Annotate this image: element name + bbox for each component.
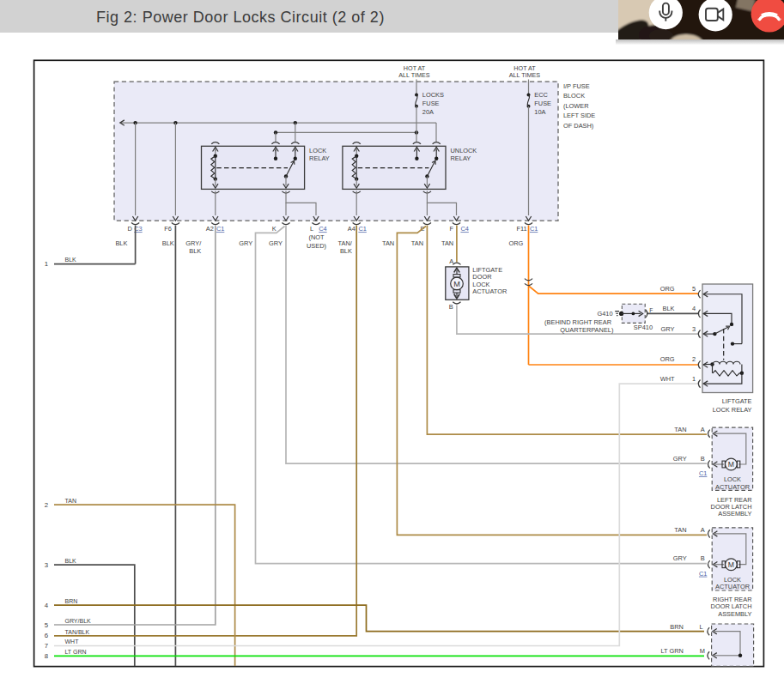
svg-text:BLK: BLK [115, 239, 127, 247]
svg-text:ORG: ORG [660, 285, 675, 293]
svg-text:1: 1 [692, 375, 696, 383]
svg-text:BLK: BLK [162, 239, 174, 247]
svg-text:LEFT SIDE: LEFT SIDE [563, 112, 595, 119]
svg-text:L: L [310, 225, 313, 233]
svg-text:GRY/BLK: GRY/BLK [65, 618, 92, 624]
svg-text:BLK: BLK [340, 247, 352, 255]
svg-text:A: A [449, 257, 453, 265]
svg-text:BLK: BLK [65, 257, 77, 263]
svg-text:F11: F11 [516, 225, 526, 233]
svg-text:TAN: TAN [382, 239, 394, 247]
svg-text:ORG: ORG [660, 355, 675, 363]
svg-text:FUSE: FUSE [422, 100, 440, 107]
svg-text:GRY: GRY [673, 554, 687, 562]
svg-text:GRY: GRY [673, 455, 687, 463]
svg-text:GRY: GRY [269, 239, 283, 247]
svg-text:ORG: ORG [508, 239, 523, 247]
svg-text:K: K [272, 225, 277, 233]
svg-text:ACTUATOR: ACTUATOR [472, 287, 507, 295]
svg-text:LIFTGATE: LIFTGATE [722, 397, 752, 405]
svg-text:TAN: TAN [674, 526, 686, 534]
svg-text:TAN: TAN [411, 239, 423, 247]
svg-text:(NOT: (NOT [308, 233, 325, 241]
svg-text:ALL TIMES: ALL TIMES [509, 71, 541, 79]
svg-text:RELAY: RELAY [309, 154, 330, 162]
svg-text:GRY/: GRY/ [185, 239, 202, 247]
svg-text:3: 3 [692, 325, 696, 333]
svg-text:F6: F6 [164, 225, 172, 233]
svg-text:LOCK: LOCK [724, 475, 741, 483]
svg-text:2: 2 [45, 501, 48, 509]
svg-text:I/P FUSE: I/P FUSE [563, 82, 590, 90]
svg-text:F: F [449, 225, 453, 233]
svg-text:A: A [701, 426, 705, 433]
svg-text:3: 3 [45, 561, 48, 569]
svg-text:C4: C4 [319, 225, 326, 233]
svg-text:HOT AT: HOT AT [404, 64, 426, 72]
svg-text:FUSE: FUSE [534, 100, 551, 107]
svg-text:LOCKS: LOCKS [422, 91, 444, 99]
svg-text:BLK: BLK [189, 247, 201, 255]
svg-text:B: B [449, 303, 453, 311]
svg-text:BRN: BRN [670, 623, 684, 631]
svg-text:10A: 10A [534, 108, 545, 116]
svg-text:L: L [699, 623, 702, 631]
svg-text:(LOWER: (LOWER [563, 102, 589, 110]
svg-text:ASSEMBLY: ASSEMBLY [718, 510, 751, 517]
svg-text:B: B [701, 455, 705, 463]
svg-text:OF DASH): OF DASH) [563, 122, 593, 130]
svg-text:WHT: WHT [65, 639, 80, 645]
svg-text:1: 1 [45, 260, 48, 268]
svg-text:TAN/: TAN/ [338, 239, 353, 247]
svg-text:B: B [701, 554, 705, 562]
svg-text:8: 8 [45, 652, 48, 660]
svg-text:A2: A2 [206, 225, 214, 233]
svg-text:RELAY: RELAY [451, 154, 471, 162]
svg-text:ACTUATOR: ACTUATOR [715, 483, 750, 491]
svg-text:LOCK: LOCK [724, 576, 741, 584]
svg-text:TAN/BLK: TAN/BLK [65, 629, 90, 635]
svg-text:BRN: BRN [65, 598, 78, 604]
svg-text:4: 4 [692, 305, 696, 312]
svg-text:Fig 2: Power Door Locks Circui: Fig 2: Power Door Locks Circuit (2 of 2) [96, 9, 385, 26]
svg-text:LOCK RELAY: LOCK RELAY [713, 406, 752, 414]
svg-text:7: 7 [45, 642, 48, 650]
svg-text:BLK: BLK [65, 558, 77, 564]
svg-text:2: 2 [692, 355, 696, 363]
svg-text:HOT AT: HOT AT [514, 64, 536, 72]
svg-text:C1: C1 [699, 570, 707, 578]
svg-text:GRY: GRY [661, 325, 675, 333]
svg-text:A4: A4 [348, 225, 356, 233]
svg-text:M: M [728, 560, 734, 569]
svg-text:LT GRN: LT GRN [660, 647, 683, 655]
svg-text:WHT: WHT [660, 375, 675, 383]
svg-text:BLK: BLK [663, 305, 675, 312]
svg-text:ACTUATOR: ACTUATOR [715, 583, 750, 590]
svg-text:4: 4 [45, 602, 49, 609]
svg-text:USED): USED) [307, 242, 326, 250]
svg-text:(BEHIND RIGHT REAR: (BEHIND RIGHT REAR [544, 318, 611, 326]
svg-text:C4: C4 [460, 225, 468, 233]
svg-text:ECC: ECC [534, 91, 548, 99]
svg-text:QUARTERPANEL): QUARTERPANEL) [560, 326, 613, 334]
svg-text:ASSEMBLY: ASSEMBLY [718, 610, 751, 618]
svg-text:ALL TIMES: ALL TIMES [398, 71, 430, 79]
svg-text:A: A [701, 526, 705, 534]
svg-text:20A: 20A [422, 108, 434, 116]
svg-text:LT GRN: LT GRN [65, 649, 87, 655]
svg-text:D: D [127, 225, 131, 233]
svg-text:6: 6 [45, 632, 48, 639]
svg-text:C1: C1 [216, 225, 224, 233]
svg-text:TAN: TAN [65, 498, 76, 504]
svg-text:SP410: SP410 [634, 324, 653, 331]
svg-text:TAN: TAN [441, 239, 453, 247]
svg-text:LOCK: LOCK [309, 147, 326, 154]
svg-text:5: 5 [692, 285, 696, 293]
svg-text:C1: C1 [530, 225, 538, 233]
svg-text:GRY: GRY [239, 239, 252, 247]
svg-text:UNLOCK: UNLOCK [451, 147, 477, 154]
svg-text:F: F [649, 307, 653, 313]
svg-text:M: M [728, 460, 734, 469]
svg-text:C1: C1 [358, 225, 366, 233]
svg-text:TAN: TAN [674, 426, 686, 433]
